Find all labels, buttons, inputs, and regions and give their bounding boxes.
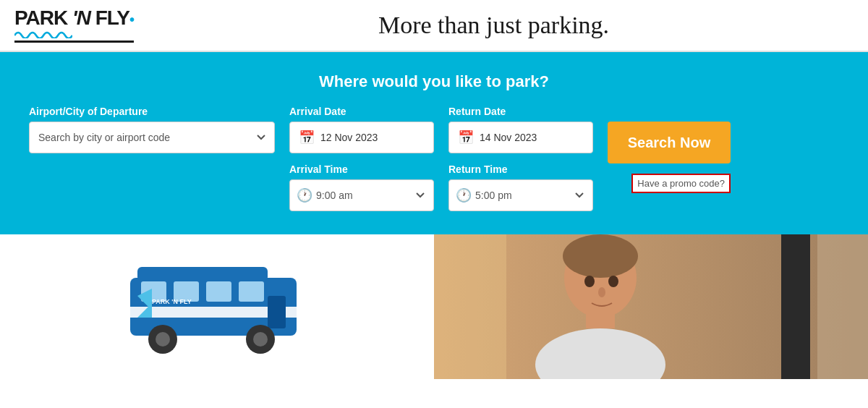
return-time-label: Return Time	[448, 163, 593, 175]
promo-code-link[interactable]: Have a promo code?	[631, 174, 731, 193]
bus-illustration: PARK 'N FLY	[116, 256, 318, 357]
return-date-value: 14 Nov 2023	[480, 132, 537, 143]
calendar-icon-arrival: 📅	[299, 129, 315, 145]
header: PARK 'N FLY• More than just parking.	[0, 0, 868, 52]
person-area	[434, 234, 868, 379]
return-time-select[interactable]: 5:00 pm 6:00 pm 7:00 pm 8:00 pm	[448, 179, 593, 211]
page-tagline: More than just parking.	[134, 12, 854, 39]
airport-label: Airport/City of Departure	[29, 106, 275, 117]
bus-area: PARK 'N FLY	[0, 234, 434, 379]
search-group: Search Now Have a promo code?	[608, 106, 731, 193]
search-heading: Where would you like to park?	[29, 72, 839, 91]
search-form: Airport/City of Departure Search by city…	[29, 106, 839, 211]
logo-text: PARK 'N FLY•	[14, 8, 134, 28]
return-group: Return Date 📅 14 Nov 2023 Return Time 🕐 …	[448, 106, 593, 211]
logo[interactable]: PARK 'N FLY•	[14, 8, 134, 43]
arrival-time-wrapper: 🕐 9:00 am 10:00 am 11:00 am 12:00 pm	[289, 179, 434, 211]
svg-point-22	[608, 276, 618, 287]
svg-rect-24	[434, 234, 506, 379]
svg-point-11	[253, 332, 268, 347]
bottom-section: PARK 'N FLY	[0, 234, 868, 379]
arrival-date-label: Arrival Date	[289, 106, 434, 117]
calendar-icon-return: 📅	[458, 129, 474, 145]
arrival-time-label: Arrival Time	[289, 163, 434, 175]
arrival-time-select[interactable]: 9:00 am 10:00 am 11:00 am 12:00 pm	[289, 179, 434, 211]
search-now-button[interactable]: Search Now	[608, 122, 731, 163]
arrival-date-value: 12 Nov 2023	[320, 132, 378, 143]
svg-text:PARK 'N FLY: PARK 'N FLY	[152, 298, 192, 305]
svg-rect-15	[781, 234, 810, 379]
return-date-label: Return Date	[448, 106, 593, 117]
svg-rect-1	[137, 267, 268, 281]
logo-underline	[14, 41, 134, 43]
svg-rect-16	[817, 234, 868, 379]
svg-rect-7	[268, 296, 286, 328]
arrival-group: Arrival Date 📅 12 Nov 2023 Arrival Time …	[289, 106, 434, 211]
svg-rect-19	[586, 307, 615, 328]
svg-point-18	[563, 234, 638, 278]
logo-waves	[14, 30, 72, 38]
svg-point-9	[156, 332, 170, 347]
svg-point-23	[598, 287, 605, 297]
return-time-wrapper: 🕐 5:00 pm 6:00 pm 7:00 pm 8:00 pm	[448, 179, 593, 211]
search-section: Where would you like to park? Airport/Ci…	[0, 52, 868, 234]
airport-select[interactable]: Search by city or airport code	[29, 122, 275, 153]
person-illustration	[434, 234, 868, 379]
svg-rect-6	[239, 281, 264, 302]
return-date-input[interactable]: 📅 14 Nov 2023	[448, 122, 593, 153]
arrival-date-input[interactable]: 📅 12 Nov 2023	[289, 122, 434, 153]
airport-group: Airport/City of Departure Search by city…	[29, 106, 275, 153]
svg-rect-5	[206, 281, 231, 302]
svg-point-21	[584, 276, 595, 287]
